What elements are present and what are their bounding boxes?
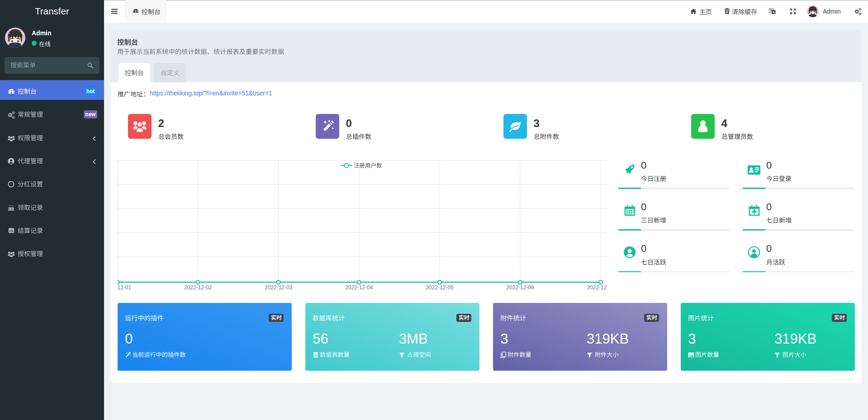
svg-text:a: a (773, 10, 774, 14)
svg-text:OS: OS (9, 229, 14, 232)
